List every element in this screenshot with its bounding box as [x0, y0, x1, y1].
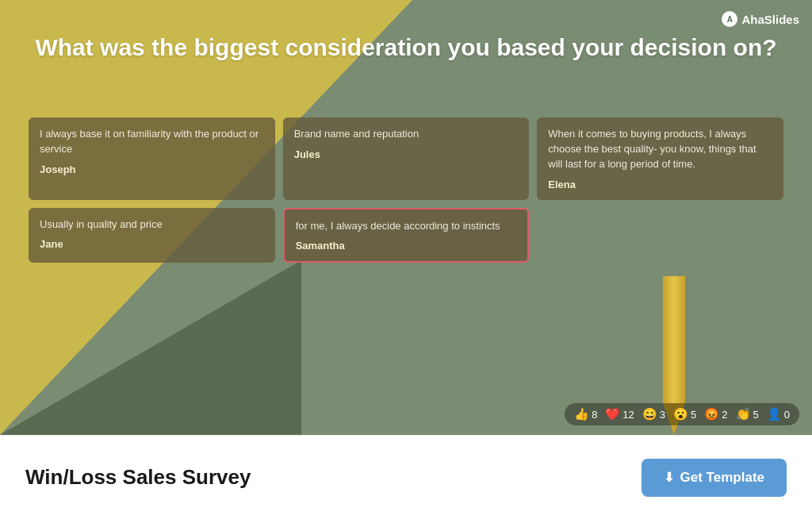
reaction-angry-emoji: 😡	[704, 407, 719, 421]
card-samantha: for me, I always decide according to ins…	[283, 208, 530, 263]
reaction-thumbsup-emoji: 👍	[574, 407, 589, 421]
card-samantha-author: Samantha	[296, 240, 517, 252]
card-jane-author: Jane	[40, 238, 264, 250]
logo-icon-letter: A	[727, 15, 733, 24]
reaction-surprised-emoji: 😮	[673, 407, 688, 421]
reaction-person-count: 0	[784, 409, 790, 421]
reaction-heart-count: 12	[622, 409, 634, 421]
reactions-bar: 👍 8 ❤️ 12 😄 3 😮 5 😡 2 👏 5	[565, 403, 799, 425]
slide-title: What was the biggest consideration you b…	[32, 32, 780, 63]
cards-grid: I always base it on familiarity with the…	[29, 117, 783, 263]
card-jane: Usually in quality and price Jane	[29, 208, 275, 263]
get-template-label: Get Template	[680, 470, 764, 486]
card-jules-author: Jules	[294, 148, 519, 160]
get-template-button[interactable]: ⬇ Get Template	[642, 459, 787, 497]
slide-title-area: What was the biggest consideration you b…	[0, 32, 812, 63]
reaction-angry-count: 2	[722, 409, 727, 421]
card-jane-text: Usually in quality and price	[40, 217, 264, 233]
bg-triangle-dark	[0, 260, 301, 435]
reaction-thumbsup-count: 8	[592, 409, 597, 421]
card-joseph-text: I always base it on familiarity with the…	[40, 127, 264, 157]
reaction-heart: ❤️ 12	[605, 407, 634, 421]
reaction-surprised: 😮 5	[673, 407, 696, 421]
main-container: A AhaSlides What was the biggest conside…	[0, 0, 812, 519]
reaction-clap-emoji: 👏	[736, 407, 751, 421]
reaction-person-emoji: 👤	[767, 407, 782, 421]
card-joseph-author: Joseph	[40, 163, 264, 175]
card-elena-author: Elena	[548, 179, 772, 190]
reaction-heart-emoji: ❤️	[605, 407, 620, 421]
reaction-clap-count: 5	[753, 409, 759, 421]
card-elena: When it comes to buying products, I alwa…	[537, 117, 783, 200]
reaction-angry: 😡 2	[704, 407, 727, 421]
pencil-body	[663, 276, 685, 403]
reaction-smile-count: 3	[660, 409, 665, 421]
bottom-bar: Win/Loss Sales Survey ⬇ Get Template	[0, 435, 812, 519]
reaction-smile: 😄 3	[642, 407, 665, 421]
card-jules-text: Brand name and reputation	[294, 127, 519, 142]
reaction-smile-emoji: 😄	[642, 407, 657, 421]
card-jules: Brand name and reputation Jules	[283, 117, 530, 200]
reaction-thumbsup: 👍 8	[574, 407, 597, 421]
bottom-title: Win/Loss Sales Survey	[25, 465, 251, 490]
ahaslides-logo: A AhaSlides	[722, 11, 799, 27]
reaction-person: 👤 0	[767, 407, 790, 421]
reaction-clap: 👏 5	[736, 407, 759, 421]
slide-area: A AhaSlides What was the biggest conside…	[0, 0, 812, 435]
card-joseph: I always base it on familiarity with the…	[29, 117, 275, 200]
card-samantha-text: for me, I always decide according to ins…	[296, 219, 517, 234]
reaction-surprised-count: 5	[691, 409, 696, 421]
download-icon: ⬇	[664, 470, 674, 485]
logo-icon: A	[722, 11, 737, 27]
card-elena-text: When it comes to buying products, I alwa…	[548, 127, 772, 172]
logo-text: AhaSlides	[741, 13, 799, 26]
